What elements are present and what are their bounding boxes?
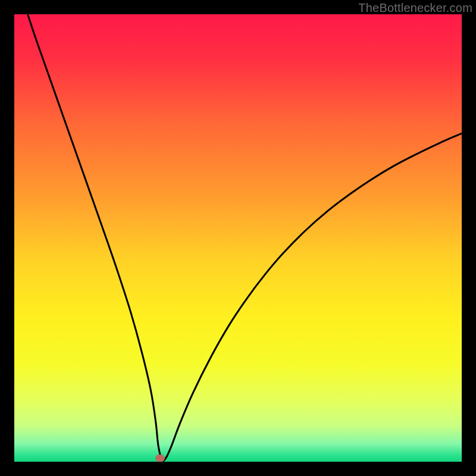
optimal-point-marker (155, 455, 165, 462)
plot-area (14, 14, 462, 462)
chart-frame: TheBottlenecker.com (0, 0, 476, 476)
chart-svg (14, 14, 462, 462)
gradient-background (14, 14, 462, 462)
watermark-text: TheBottlenecker.com (358, 1, 472, 15)
